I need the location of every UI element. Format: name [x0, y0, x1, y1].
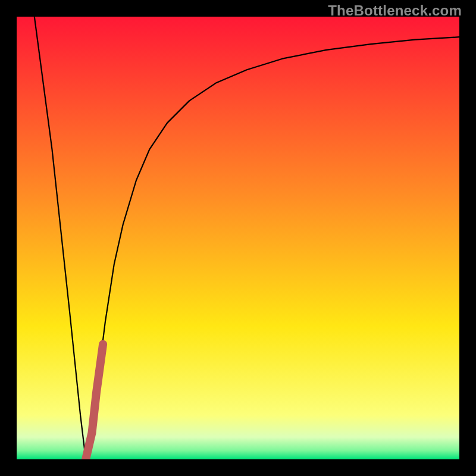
plot-background	[17, 17, 459, 459]
watermark-text: TheBottleneck.com	[328, 2, 462, 19]
chart-frame: TheBottleneck.com	[0, 0, 476, 476]
bottleneck-plot	[17, 17, 459, 459]
